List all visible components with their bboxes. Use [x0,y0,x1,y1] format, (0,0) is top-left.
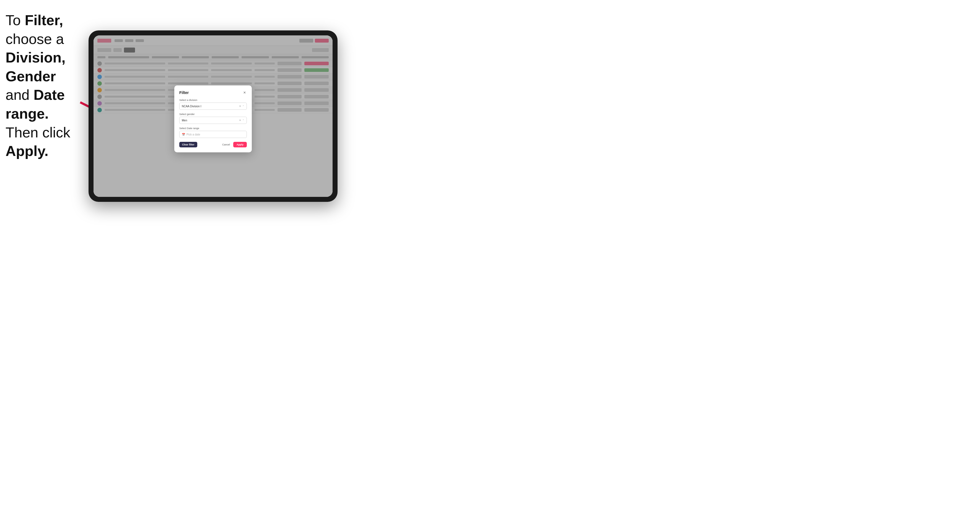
modal-footer-right: Cancel Apply [221,142,247,148]
date-input[interactable]: 📅 Pick a date [179,131,247,138]
modal-header: Filter ✕ [179,90,247,95]
date-placeholder: Pick a date [186,133,200,136]
tablet-screen: Filter ✕ Select a division NCAA Division… [94,35,332,197]
gender-clear-icon[interactable]: ✕ [239,119,241,122]
instruction-text: To Filter, choose a Division, Gender and… [6,11,86,160]
clear-filter-button[interactable]: Clear filter [179,142,197,148]
division-clear-icon[interactable]: ✕ [239,105,241,108]
instruction-apply: Apply. [6,143,48,159]
division-chevron-icon: ⌃ [242,105,244,108]
modal-close-button[interactable]: ✕ [242,90,247,95]
date-form-group: Select Date range 📅 Pick a date [179,127,247,138]
gender-form-group: Select gender Men ✕ ⌃ [179,113,247,124]
gender-value: Men [182,119,187,122]
calendar-icon: 📅 [182,133,185,136]
division-form-group: Select a division NCAA Division I ✕ ⌃ [179,99,247,110]
gender-label: Select gender [179,113,247,116]
division-label: Select a division [179,99,247,102]
tablet-frame: Filter ✕ Select a division NCAA Division… [89,30,337,202]
division-controls: ✕ ⌃ [239,105,244,108]
instruction-division-gender: Division, Gender [6,49,65,84]
modal-footer: Clear filter Cancel Apply [179,142,247,148]
gender-chevron-icon: ⌃ [242,119,244,122]
apply-button[interactable]: Apply [233,142,247,148]
cancel-button[interactable]: Cancel [221,142,232,148]
modal-title: Filter [179,90,189,95]
date-label: Select Date range [179,127,247,130]
filter-modal: Filter ✕ Select a division NCAA Division… [174,86,252,152]
division-select[interactable]: NCAA Division I ✕ ⌃ [179,103,247,110]
gender-controls: ✕ ⌃ [239,119,244,122]
division-value: NCAA Division I [182,105,201,108]
instruction-date-range: Date range. [6,87,65,122]
gender-select[interactable]: Men ✕ ⌃ [179,117,247,124]
modal-overlay: Filter ✕ Select a division NCAA Division… [94,35,332,197]
